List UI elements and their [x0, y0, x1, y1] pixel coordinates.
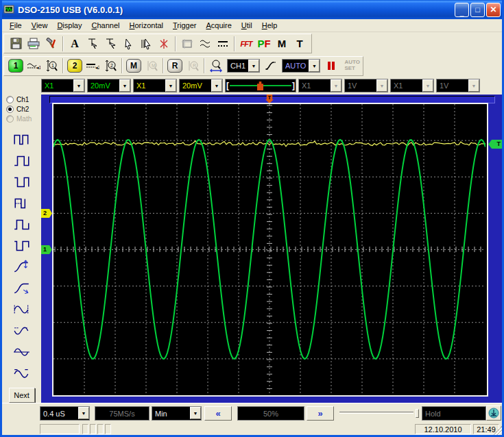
- measure-duty-cycle-button[interactable]: [10, 214, 34, 235]
- menu-acquire[interactable]: Acquire: [201, 20, 236, 31]
- menu-display[interactable]: Display: [52, 20, 86, 31]
- measure-negative-peak-button[interactable]: [10, 320, 34, 341]
- rms-icon: [13, 366, 31, 381]
- measure-amplitude-button[interactable]: [10, 299, 34, 320]
- close-button[interactable]: ✕: [486, 3, 501, 17]
- print-button[interactable]: [25, 36, 43, 52]
- measure-mean-button[interactable]: [10, 341, 34, 362]
- math-enable-button[interactable]: M: [125, 58, 143, 74]
- ch1-zoom-button[interactable]: 1: [43, 58, 60, 74]
- cursor-arrow-button[interactable]: [119, 36, 137, 52]
- trigger-source-dropdown-icon[interactable]: ▼: [248, 60, 259, 72]
- trigger-source-value: CH1: [228, 60, 248, 72]
- ref-zoom-button[interactable]: R: [184, 58, 202, 74]
- title-bar[interactable]: DSO-2150 USB (V6.0.0.1) _ □ ✕: [0, 0, 504, 19]
- measure-rms-button[interactable]: [10, 362, 34, 384]
- toolbar-separator: [62, 36, 64, 51]
- waveform-compare-button[interactable]: [196, 36, 214, 52]
- trigger-mode-dropdown-icon[interactable]: ▼: [309, 60, 320, 72]
- measure-neg-width-button[interactable]: [10, 192, 34, 214]
- ch1-volts-combo[interactable]: 20mV ▼: [87, 79, 131, 92]
- trigger-position-handle[interactable]: [257, 82, 263, 90]
- next-page-button[interactable]: Next: [9, 388, 35, 403]
- ch1-enable-button[interactable]: 1: [7, 58, 25, 74]
- menu-trigger[interactable]: Trigger: [168, 20, 201, 31]
- refresh-circle-icon: [488, 408, 499, 419]
- timebase-combo[interactable]: 0.4 uS ▼: [40, 406, 90, 421]
- stop-button[interactable]: [322, 58, 340, 74]
- ch2-level-marker[interactable]: 2: [41, 209, 52, 218]
- trigger-slope-button[interactable]: [262, 58, 280, 74]
- trigger-source-combo[interactable]: CH1 ▼: [227, 59, 260, 73]
- measure-neg-duty-button[interactable]: [10, 235, 34, 256]
- cursors-off-button[interactable]: [155, 36, 173, 52]
- ch1-volts-dropdown-icon[interactable]: ▼: [119, 79, 130, 92]
- menu-view[interactable]: View: [27, 20, 53, 31]
- radio-ch2[interactable]: Ch2: [6, 105, 41, 114]
- ch1-level-marker[interactable]: 1: [41, 245, 52, 254]
- timebase-dropdown-icon[interactable]: ▼: [78, 407, 89, 419]
- menu-horizontal[interactable]: Horizontal: [124, 20, 168, 31]
- period-icon: [13, 132, 31, 147]
- ch2-enable-button[interactable]: 2: [66, 58, 84, 74]
- persistence-button[interactable]: [214, 36, 232, 52]
- horizontal-position-slider[interactable]: [339, 409, 419, 419]
- ch2-probe-dropdown-icon[interactable]: ▼: [165, 79, 176, 92]
- horizontal-zoom-button[interactable]: [207, 58, 225, 74]
- ch1-waveform-button[interactable]: ◂1: [25, 58, 43, 74]
- radio-ch1[interactable]: Ch1: [6, 95, 41, 104]
- cursor-track-button[interactable]: [137, 36, 155, 52]
- radio-ch1-icon[interactable]: [6, 96, 14, 103]
- svg-text:M: M: [152, 63, 156, 68]
- ref-enable-button[interactable]: R: [166, 58, 184, 74]
- pass-fail-icon: P: [257, 38, 264, 49]
- negative-peak-icon: [13, 323, 31, 338]
- menu-help[interactable]: Help: [257, 20, 283, 31]
- minimize-button[interactable]: _: [455, 3, 469, 17]
- text-button[interactable]: T: [291, 36, 309, 52]
- resize-grip[interactable]: [493, 426, 502, 435]
- maximize-button[interactable]: □: [470, 3, 485, 17]
- double-left-arrow-icon: «: [215, 408, 220, 419]
- measure-rise-time-button[interactable]: [10, 256, 34, 277]
- fft-button[interactable]: FFT: [237, 36, 255, 52]
- measure-fall-time-button[interactable]: [10, 277, 34, 299]
- save-button[interactable]: [7, 36, 25, 52]
- trigger-position-slider[interactable]: [ ]: [225, 79, 296, 92]
- scroll-left-button[interactable]: «: [204, 406, 232, 421]
- measure-period-button[interactable]: [10, 129, 34, 150]
- status-cell-empty: [40, 424, 80, 434]
- cursor-time2-button[interactable]: [101, 36, 119, 52]
- measure-pos-width-button[interactable]: [10, 171, 34, 192]
- refresh-button[interactable]: [486, 405, 501, 421]
- zoom-window-button[interactable]: [178, 36, 196, 52]
- ch2-volts-dropdown-icon[interactable]: ▼: [211, 79, 222, 92]
- acquisition-dropdown-icon[interactable]: ▼: [190, 407, 201, 419]
- settings-button[interactable]: [43, 36, 60, 52]
- menu-file[interactable]: File: [5, 20, 27, 31]
- menu-util[interactable]: Util: [237, 20, 257, 31]
- measure-icon: M: [278, 38, 287, 49]
- trigger-level-marker[interactable]: T: [488, 140, 502, 149]
- radio-ch2-icon[interactable]: [6, 105, 14, 113]
- ch2-waveform-button[interactable]: ◂2: [84, 58, 101, 74]
- measure-button[interactable]: M: [273, 36, 291, 52]
- app-window: DSO-2150 USB (V6.0.0.1) _ □ ✕ File View …: [0, 0, 504, 437]
- pass-fail-button[interactable]: PF: [255, 36, 273, 52]
- toolbar-separator: [234, 36, 235, 51]
- cursor-time-button[interactable]: [84, 36, 101, 52]
- annotation-text-button[interactable]: A: [66, 36, 84, 52]
- math-zoom-button[interactable]: M: [143, 58, 160, 74]
- ch2-volts-combo[interactable]: 20mV ▼: [179, 79, 223, 92]
- trigger-mode-combo[interactable]: AUTO ▼: [282, 59, 320, 73]
- ch1-probe-combo[interactable]: X1 ▼: [41, 79, 85, 92]
- ch2-probe-combo[interactable]: X1 ▼: [133, 79, 177, 92]
- ch1-probe-dropdown-icon[interactable]: ▼: [73, 79, 84, 92]
- scroll-right-button[interactable]: »: [307, 406, 334, 421]
- bottom-control-bar: 0.4 uS ▼ 75MS/s Min ▼ « 50% » Hold: [2, 403, 502, 423]
- slider-handle[interactable]: [416, 409, 419, 418]
- acquisition-combo[interactable]: Min ▼: [152, 406, 202, 421]
- menu-channel[interactable]: Channel: [86, 20, 124, 31]
- ch2-zoom-button[interactable]: 2: [101, 58, 119, 74]
- measure-frequency-button[interactable]: [10, 150, 34, 171]
